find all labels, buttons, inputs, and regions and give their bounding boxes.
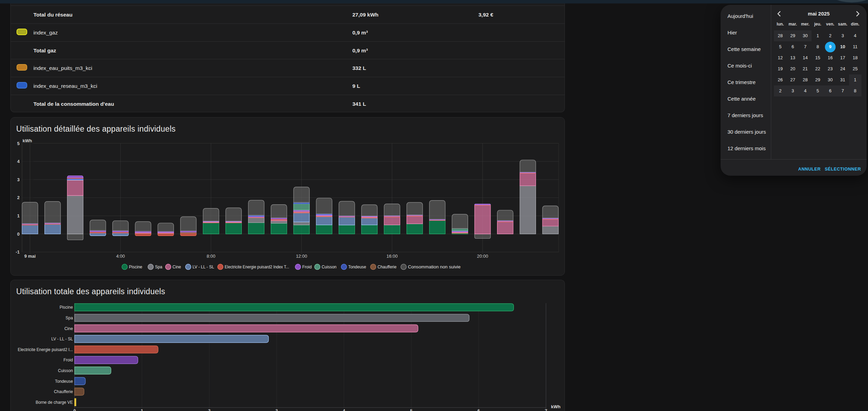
svg-text:4: 4 bbox=[343, 408, 345, 411]
svg-text:2: 2 bbox=[17, 195, 20, 200]
svg-text:Tondeuse: Tondeuse bbox=[55, 379, 73, 384]
svg-text:Electricite Energie puisard2 I: Electricite Energie puisard2 I... bbox=[18, 347, 73, 352]
svg-text:Froid: Froid bbox=[302, 265, 312, 269]
svg-text:3: 3 bbox=[275, 408, 278, 411]
svg-text:9 mai: 9 mai bbox=[24, 254, 35, 259]
svg-text:Chaufferie: Chaufferie bbox=[54, 389, 73, 394]
svg-text:kWh: kWh bbox=[23, 138, 32, 143]
svg-text:5: 5 bbox=[410, 408, 412, 411]
svg-text:7: 7 bbox=[545, 408, 547, 411]
svg-text:2: 2 bbox=[208, 408, 210, 411]
svg-text:kWh: kWh bbox=[551, 404, 561, 409]
svg-text:Cine: Cine bbox=[173, 265, 181, 269]
svg-text:Spa: Spa bbox=[65, 316, 73, 320]
svg-text:Piscine: Piscine bbox=[60, 305, 73, 310]
svg-text:Froid: Froid bbox=[63, 358, 73, 362]
svg-text:Cuisson: Cuisson bbox=[322, 265, 337, 269]
svg-text:Tondeuse: Tondeuse bbox=[348, 265, 366, 269]
svg-text:20:00: 20:00 bbox=[477, 254, 488, 259]
svg-text:Piscine: Piscine bbox=[129, 265, 142, 269]
svg-text:8:00: 8:00 bbox=[207, 254, 215, 259]
svg-text:Consommation non suivie: Consommation non suivie bbox=[408, 265, 461, 269]
svg-text:5: 5 bbox=[17, 141, 20, 146]
svg-text:LV - LL - SL: LV - LL - SL bbox=[193, 265, 214, 269]
svg-text:0: 0 bbox=[73, 408, 76, 411]
svg-text:1: 1 bbox=[141, 408, 143, 411]
svg-text:16:00: 16:00 bbox=[386, 254, 398, 259]
svg-text:0: 0 bbox=[17, 232, 20, 237]
svg-text:4: 4 bbox=[17, 159, 20, 164]
svg-text:3: 3 bbox=[17, 177, 20, 182]
svg-text:LV - LL - SL: LV - LL - SL bbox=[51, 337, 73, 341]
svg-text:12:00: 12:00 bbox=[296, 254, 307, 259]
svg-text:4:00: 4:00 bbox=[116, 254, 125, 259]
svg-text:1: 1 bbox=[17, 213, 20, 218]
svg-text:Cuisson: Cuisson bbox=[58, 368, 73, 373]
svg-text:Electricite Energie puisard2 I: Electricite Energie puisard2 Index T... bbox=[225, 265, 289, 269]
svg-text:Spa: Spa bbox=[155, 265, 163, 269]
svg-text:Borne de charge VE: Borne de charge VE bbox=[36, 400, 73, 405]
svg-text:Chaufferie: Chaufferie bbox=[378, 265, 396, 269]
svg-text:Cine: Cine bbox=[64, 326, 73, 331]
svg-text:-1: -1 bbox=[16, 249, 20, 255]
svg-text:6: 6 bbox=[477, 408, 480, 411]
